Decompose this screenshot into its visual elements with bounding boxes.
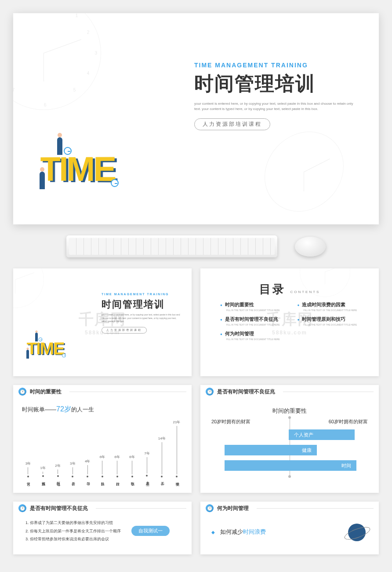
bar-item: 3年其它 <box>22 461 34 480</box>
slide-thumb-cover[interactable]: TIME TIME MANAGEMENT TRAINING 时间管理培训 you… <box>13 268 192 376</box>
toc-item: 是否有时间管理不良征兆FILL IN THE TEXT OF THE DOCUM… <box>220 316 289 326</box>
bar-item: 4年学习 <box>81 459 94 480</box>
toc-item: 何为时间管理FILL IN THE TEXT OF THE DOCUMENT T… <box>220 330 289 341</box>
list-item: 你经常拒绝参加对你来说没有必要出席的会议 <box>30 536 183 542</box>
bar-item: 3年开会 <box>66 461 79 480</box>
clock-icon: 🕐 <box>18 504 26 512</box>
toc-item: 造成时间浪费的因素FILL IN THE TEXT OF THE DOCUMEN… <box>298 301 366 312</box>
slide-thumb-importance[interactable]: 🕐 时间的重要性 时间账单——72岁的人一生 3年其它1年找东西2年打电话3年开… <box>13 385 192 493</box>
clock-icon <box>111 179 119 187</box>
course-badge: 人力资源部培训课程 <box>102 327 147 334</box>
planet-icon <box>348 524 366 541</box>
clock-bg-icon <box>265 126 344 216</box>
toc-title: 目录 CONTENTS <box>200 282 379 297</box>
person-icon <box>35 333 38 341</box>
bar-item: 1年找东西 <box>37 466 49 480</box>
arrow-time: 时间 <box>225 460 356 471</box>
title-cn: 时间管理培训 <box>102 298 181 311</box>
clock-icon <box>64 147 72 155</box>
subtitle: 时间的重要性 <box>211 407 368 415</box>
time-3d-text: TIME <box>40 149 115 189</box>
time-illustration: TIME <box>40 149 114 189</box>
header-text: 时间的重要性 <box>30 388 62 396</box>
list-item: 你养成了为第二天要做的事做出事先安排的习惯 <box>30 520 183 526</box>
peripherals <box>13 235 379 257</box>
bar-item: 21年睡觉 <box>171 420 183 480</box>
header-text: 何为时间管理 <box>217 505 249 512</box>
arrow-diagram: 个人资产 健康 时间 <box>211 429 368 482</box>
bar-item: 6年排队 <box>96 455 109 480</box>
slide-thumb-toc[interactable]: 目录 CONTENTS 时间的重要性FILL IN THE TEXT OF TH… <box>200 268 379 376</box>
description: your content is entered here, or by copy… <box>102 313 181 323</box>
clock-bg-icon: 12 6 3 1 2 4 5 7 8 <box>13 13 101 110</box>
subtitle-en: TIME MANAGEMENT TRAINING <box>194 62 357 69</box>
slide-thumb-signs[interactable]: 🕐 是否有时间管理不良征兆 时间的重要性 20岁时拥有的财富 60岁时拥有的财富… <box>200 385 379 493</box>
arrow-assets: 个人资产 <box>289 429 355 440</box>
person-icon <box>26 350 29 359</box>
description: your content is entered here, or by copy… <box>194 101 357 112</box>
toc-item: 时间的重要性FILL IN THE TEXT OF THE DOCUMENT T… <box>220 301 289 312</box>
thumb-header: 🕐 时间的重要性 <box>13 385 192 398</box>
clock-icon: 🕐 <box>206 388 214 396</box>
bar-item: 2年打电话 <box>52 463 64 480</box>
clock-icon <box>39 337 43 341</box>
thumb-header: 🕐 何为时间管理 <box>200 502 379 515</box>
thumb-header: 🕐 是否有时间管理不良征兆 <box>200 385 379 398</box>
course-badge: 人力资源部培训课程 <box>194 118 270 130</box>
self-test-badge: 自我测试一 <box>131 526 170 536</box>
time-illustration: TIME <box>26 339 64 359</box>
person-icon <box>40 172 45 189</box>
thumbnail-grid: TIME TIME MANAGEMENT TRAINING 时间管理培训 you… <box>7 268 385 554</box>
time-3d-text: TIME <box>27 338 64 359</box>
clock-icon: 🕐 <box>18 388 26 396</box>
keyboard-icon <box>66 235 277 257</box>
subtitle-en: TIME MANAGEMENT TRAINING <box>102 293 181 296</box>
main-slide: 12 6 3 1 2 4 5 7 8 TIME TIME MANAGEMENT … <box>13 13 379 224</box>
clock-icon: 🕐 <box>206 504 214 512</box>
mouse-icon <box>295 237 326 257</box>
slide-body: 时间的重要性 20岁时拥有的财富 60岁时拥有的财富 个人资产 健康 时间 <box>200 398 379 487</box>
slide-thumb-what-is[interactable]: 🕐 何为时间管理 如何减少时间浪费 <box>200 502 379 554</box>
bar-item: 7年个人卫生 <box>141 451 153 480</box>
main-content: TIME MANAGEMENT TRAINING 时间管理培训 your con… <box>102 293 181 334</box>
thumb-header: 🕐 是否有时间管理不良征兆 <box>13 502 192 515</box>
arrow-health: 健康 <box>225 445 317 455</box>
chart-title: 时间账单——72岁的人一生 <box>22 405 183 414</box>
toc-item: 时间管理原则和技巧FILL IN THE TEXT OF THE DOCUMEN… <box>298 316 366 326</box>
header-text: 是否有时间管理不良征兆 <box>30 505 88 512</box>
bar-item: 14年工作 <box>156 436 168 480</box>
person-icon <box>57 137 62 155</box>
main-content: TIME MANAGEMENT TRAINING 时间管理培训 your con… <box>194 62 357 130</box>
clock-bg-icon <box>13 268 44 308</box>
toc-list: 时间的重要性FILL IN THE TEXT OF THE DOCUMENT T… <box>220 301 366 341</box>
title-cn: 时间管理培训 <box>194 71 357 97</box>
slide-body: 时间账单——72岁的人一生 3年其它1年找东西2年打电话3年开会4年学习6年排队… <box>13 398 192 487</box>
bar-item: 6年旅行 <box>111 455 123 480</box>
bar-item: 6年吃饭 <box>126 455 138 480</box>
slide-thumb-selftest[interactable]: 🕐 是否有时间管理不良征兆 自我测试一 你养成了为第二天要做的事做出事先安排的习… <box>13 502 192 554</box>
bullet-line: 如何减少时间浪费 <box>211 528 368 536</box>
header-text: 是否有时间管理不良征兆 <box>217 388 275 396</box>
bar-chart: 3年其它1年找东西2年打电话3年开会4年学习6年排队6年旅行6年吃饭7年个人卫生… <box>22 418 183 480</box>
clock-icon <box>62 354 66 358</box>
